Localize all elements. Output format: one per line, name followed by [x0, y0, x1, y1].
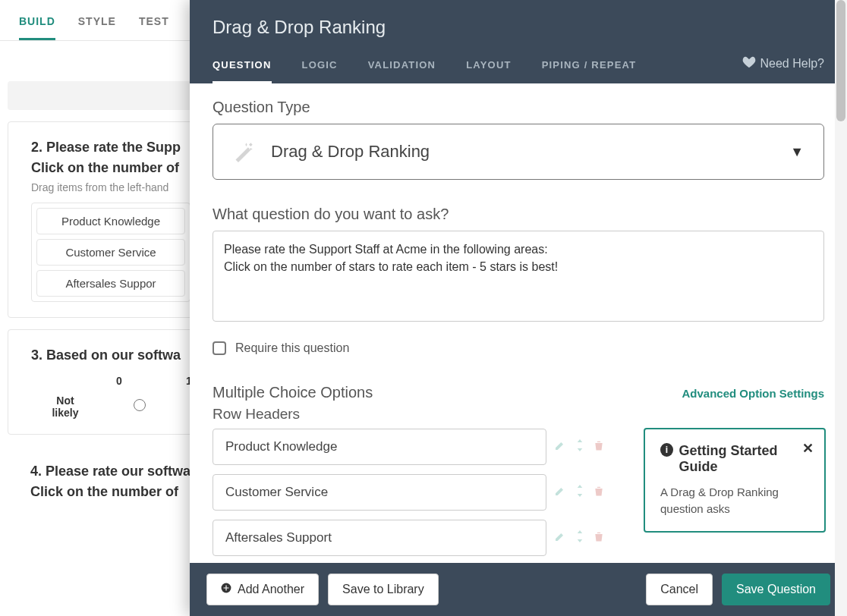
modal-header: Drag & Drop Ranking QUESTION LOGIC VALID… [190, 0, 847, 83]
close-icon[interactable]: ✕ [802, 440, 814, 457]
tab-test[interactable]: TEST [139, 15, 169, 40]
row-headers-label: Row Headers [213, 406, 824, 423]
question-text-input[interactable] [213, 231, 824, 322]
trash-icon[interactable] [594, 485, 604, 500]
require-row: Require this question [213, 341, 824, 355]
save-to-library-button[interactable]: Save to Library [328, 574, 439, 605]
bg-q3-left-label: Not likely [43, 394, 88, 419]
drag-icon[interactable] [575, 485, 584, 500]
tab-style[interactable]: STYLE [78, 15, 116, 40]
bg-q3-radio-0[interactable] [134, 399, 146, 411]
bg-q2-opt[interactable]: Product Knowledge [36, 208, 185, 234]
bg-q3-scale-0: 0 [101, 375, 137, 387]
mco-header: Multiple Choice Options Advanced Option … [213, 384, 824, 401]
scrollbar-thumb[interactable] [836, 0, 845, 121]
bg-q2-opt[interactable]: Aftersales Suppor [36, 270, 185, 297]
modal-tab-question[interactable]: QUESTION [213, 59, 272, 83]
mco-label: Multiple Choice Options [213, 384, 373, 401]
modal-tab-layout[interactable]: LAYOUT [466, 59, 511, 83]
save-question-button[interactable]: Save Question [722, 574, 830, 605]
drag-icon[interactable] [575, 439, 584, 454]
modal-body: Question Type Drag & Drop Ranking ▼ What… [190, 83, 847, 563]
modal-tab-piping[interactable]: PIPING / REPEAT [542, 59, 637, 83]
trash-icon[interactable] [594, 439, 604, 454]
getting-started-guide: ✕ i Getting Started Guide A Drag & Drop … [644, 428, 826, 533]
question-type-select[interactable]: Drag & Drop Ranking ▼ [213, 124, 824, 180]
row-header-input-2[interactable] [213, 520, 546, 556]
edit-icon[interactable] [554, 485, 566, 500]
chevron-down-icon: ▼ [790, 144, 804, 160]
modal-tabs: QUESTION LOGIC VALIDATION LAYOUT PIPING … [213, 59, 824, 83]
need-help-link[interactable]: Need Help? [742, 56, 825, 71]
question-type-label: Question Type [213, 99, 824, 116]
advanced-settings-link[interactable]: Advanced Option Settings [682, 387, 824, 400]
tab-build[interactable]: BUILD [19, 15, 55, 40]
question-editor-modal: Drag & Drop Ranking QUESTION LOGIC VALID… [190, 0, 847, 616]
modal-tab-logic[interactable]: LOGIC [302, 59, 338, 83]
row-header-input-1[interactable] [213, 474, 546, 511]
bg-q2-opt[interactable]: Customer Service [36, 239, 185, 266]
row-header-input-0[interactable] [213, 429, 546, 465]
cancel-button[interactable]: Cancel [646, 574, 713, 605]
require-checkbox[interactable] [213, 341, 226, 355]
edit-icon[interactable] [554, 530, 566, 545]
guide-title: i Getting Started Guide [660, 443, 809, 475]
question-type-value: Drag & Drop Ranking [271, 142, 430, 162]
modal-title: Drag & Drop Ranking [213, 17, 824, 38]
drag-icon[interactable] [575, 530, 584, 545]
edit-icon[interactable] [554, 439, 566, 454]
require-label: Require this question [235, 341, 349, 355]
need-help-text: Need Help? [760, 57, 825, 71]
modal-tab-validation[interactable]: VALIDATION [368, 59, 436, 83]
add-another-button[interactable]: Add Another [206, 574, 319, 605]
trash-icon[interactable] [594, 530, 604, 545]
wand-icon [233, 141, 254, 162]
scrollbar[interactable] [835, 0, 847, 616]
plus-icon [221, 583, 231, 596]
bg-q2-options: Product Knowledge Customer Service After… [31, 203, 190, 302]
modal-footer: Add Another Save to Library Cancel Save … [190, 563, 847, 616]
heart-icon [742, 56, 756, 71]
guide-body: A Drag & Drop Ranking question asks [660, 484, 809, 517]
ask-label: What question do you want to ask? [213, 206, 824, 223]
info-icon: i [660, 443, 673, 457]
